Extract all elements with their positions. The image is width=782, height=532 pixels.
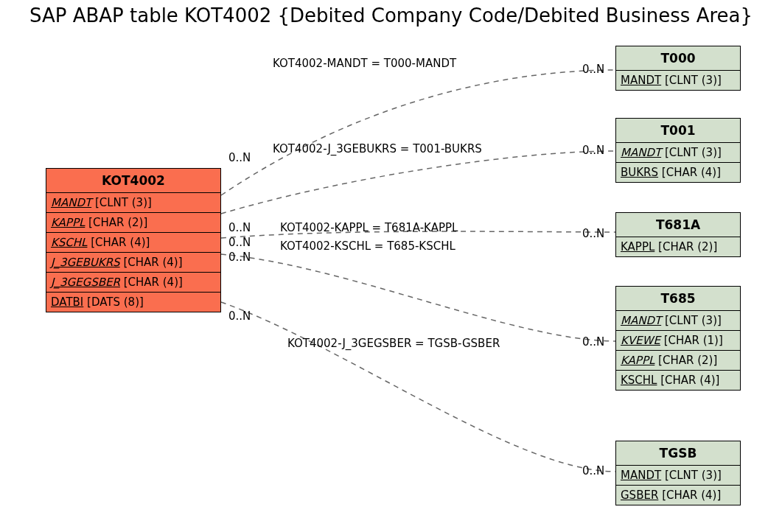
entity-t000: T000 MANDT [CLNT (3)] xyxy=(615,46,741,91)
field-row: MANDT [CLNT (3)] xyxy=(616,71,740,90)
field-row: KVEWE [CHAR (1)] xyxy=(616,331,740,351)
entity-header: T685 xyxy=(616,287,740,311)
edge-label: KOT4002-J_3GEGSBER = TGSB-GSBER xyxy=(287,337,500,350)
cardinality-label: 0..N xyxy=(228,309,251,323)
cardinality-label: 0..N xyxy=(228,236,251,249)
field-row: MANDT [CLNT (3)] xyxy=(616,143,740,163)
cardinality-label: 0..N xyxy=(228,221,251,234)
field-row: KSCHL [CHAR (4)] xyxy=(46,233,220,253)
field-row: MANDT [CLNT (3)] xyxy=(46,193,220,213)
edge-label: KOT4002-KAPPL = T681A-KAPPL xyxy=(280,221,458,234)
cardinality-label: 0..N xyxy=(582,464,604,477)
cardinality-label: 0..N xyxy=(582,227,604,240)
field-row: KSCHL [CHAR (4)] xyxy=(616,371,740,390)
field-row: J_3GEGSBER [CHAR (4)] xyxy=(46,273,220,293)
entity-header: T000 xyxy=(616,46,740,71)
page-title: SAP ABAP table KOT4002 {Debited Company … xyxy=(0,4,782,27)
entity-tgsb: TGSB MANDT [CLNT (3)] GSBER [CHAR (4)] xyxy=(615,441,741,505)
field-row: KAPPL [CHAR (2)] xyxy=(616,237,740,256)
entity-t681a: T681A KAPPL [CHAR (2)] xyxy=(615,212,741,257)
field-row: MANDT [CLNT (3)] xyxy=(616,466,740,486)
cardinality-label: 0..N xyxy=(582,335,604,349)
field-row: J_3GEBUKRS [CHAR (4)] xyxy=(46,253,220,273)
cardinality-label: 0..N xyxy=(228,251,251,264)
entity-header: T001 xyxy=(616,119,740,143)
edge-label: KOT4002-MANDT = T000-MANDT xyxy=(273,57,456,70)
field-row: KAPPL [CHAR (2)] xyxy=(46,213,220,233)
entity-kot4002: KOT4002 MANDT [CLNT (3)] KAPPL [CHAR (2)… xyxy=(46,168,221,312)
cardinality-label: 0..N xyxy=(582,63,604,76)
field-row: MANDT [CLNT (3)] xyxy=(616,311,740,331)
entity-header: TGSB xyxy=(616,441,740,466)
field-row: DATBI [DATS (8)] xyxy=(46,293,220,312)
cardinality-label: 0..N xyxy=(582,144,604,157)
edge-label: KOT4002-KSCHL = T685-KSCHL xyxy=(280,239,455,253)
field-row: GSBER [CHAR (4)] xyxy=(616,486,740,505)
entity-header: T681A xyxy=(616,213,740,237)
entity-t685: T685 MANDT [CLNT (3)] KVEWE [CHAR (1)] K… xyxy=(615,286,741,391)
entity-header: KOT4002 xyxy=(46,169,220,193)
edge-label: KOT4002-J_3GEBUKRS = T001-BUKRS xyxy=(273,142,482,155)
field-row: KAPPL [CHAR (2)] xyxy=(616,351,740,371)
entity-t001: T001 MANDT [CLNT (3)] BUKRS [CHAR (4)] xyxy=(615,118,741,183)
cardinality-label: 0..N xyxy=(228,151,251,164)
field-row: BUKRS [CHAR (4)] xyxy=(616,163,740,182)
